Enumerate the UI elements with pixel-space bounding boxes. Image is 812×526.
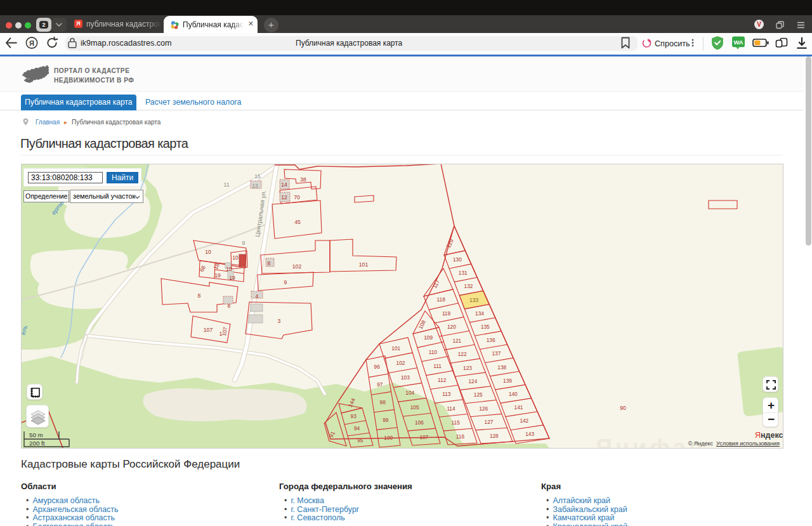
svg-text:96: 96 <box>374 364 381 370</box>
svg-text:14: 14 <box>281 181 287 188</box>
svg-text:45: 45 <box>294 219 301 225</box>
svg-text:110: 110 <box>429 349 438 355</box>
svg-text:115: 115 <box>452 419 461 426</box>
svg-text:38: 38 <box>300 176 306 183</box>
svg-text:90: 90 <box>620 405 626 411</box>
svg-text:141: 141 <box>514 404 523 411</box>
svg-text:127: 127 <box>485 419 494 425</box>
svg-text:124: 124 <box>468 378 477 385</box>
svg-text:142: 142 <box>520 418 528 424</box>
svg-text:109: 109 <box>424 334 433 341</box>
svg-text:131: 131 <box>459 270 468 276</box>
svg-text:138: 138 <box>497 364 506 371</box>
svg-text:9: 9 <box>242 240 246 246</box>
svg-text:119: 119 <box>442 310 451 317</box>
svg-text:10: 10 <box>205 249 211 255</box>
svg-text:98: 98 <box>380 399 386 405</box>
svg-text:126: 126 <box>479 405 488 412</box>
svg-text:118: 118 <box>437 296 446 303</box>
svg-text:19: 19 <box>229 275 235 281</box>
svg-text:70: 70 <box>294 194 300 201</box>
svg-text:102: 102 <box>396 360 405 366</box>
svg-text:102: 102 <box>292 263 302 270</box>
svg-text:9: 9 <box>284 279 287 286</box>
svg-text:143: 143 <box>525 431 534 437</box>
svg-text:97: 97 <box>377 381 383 388</box>
svg-text:99: 99 <box>383 417 389 423</box>
svg-text:123: 123 <box>463 365 472 371</box>
svg-text:3: 3 <box>278 318 281 324</box>
svg-text:137: 137 <box>492 350 501 357</box>
svg-text:WA: WA <box>733 39 743 46</box>
svg-text:105: 105 <box>410 404 419 411</box>
svg-text:11: 11 <box>224 181 230 188</box>
svg-text:94: 94 <box>354 425 360 431</box>
svg-text:19: 19 <box>214 272 221 279</box>
svg-text:8: 8 <box>228 303 231 309</box>
svg-text:15: 15 <box>254 173 261 180</box>
svg-text:134: 134 <box>475 310 484 317</box>
svg-text:114: 114 <box>447 405 455 412</box>
svg-text:101: 101 <box>391 345 400 352</box>
svg-text:18: 18 <box>226 266 232 272</box>
svg-text:139: 139 <box>503 378 512 384</box>
svg-text:140: 140 <box>509 391 518 397</box>
svg-text:130: 130 <box>453 256 462 263</box>
svg-text:107: 107 <box>204 327 213 333</box>
svg-text:100: 100 <box>384 435 393 441</box>
svg-text:133: 133 <box>469 297 479 303</box>
svg-text:13: 13 <box>252 183 258 189</box>
svg-text:8: 8 <box>198 293 201 299</box>
svg-text:103: 103 <box>401 374 410 381</box>
svg-text:128: 128 <box>490 433 499 439</box>
svg-text:Я: Я <box>29 39 34 47</box>
svg-text:4: 4 <box>256 293 259 299</box>
svg-text:135: 135 <box>481 324 490 330</box>
svg-text:12: 12 <box>281 194 287 201</box>
svg-text:104: 104 <box>405 390 414 396</box>
svg-text:121: 121 <box>452 338 461 344</box>
svg-text:112: 112 <box>438 377 447 383</box>
svg-text:10: 10 <box>232 254 239 261</box>
svg-text:106: 106 <box>415 419 424 426</box>
svg-text:116: 116 <box>456 433 465 440</box>
svg-text:93: 93 <box>351 413 357 419</box>
svg-text:125: 125 <box>474 391 483 398</box>
svg-text:122: 122 <box>458 351 467 357</box>
svg-text:120: 120 <box>447 324 456 330</box>
svg-text:132: 132 <box>464 283 473 289</box>
svg-text:8: 8 <box>268 260 271 266</box>
svg-text:136: 136 <box>487 337 495 343</box>
svg-text:101: 101 <box>359 261 369 268</box>
svg-text:111: 111 <box>433 363 442 369</box>
svg-text:113: 113 <box>442 391 451 397</box>
